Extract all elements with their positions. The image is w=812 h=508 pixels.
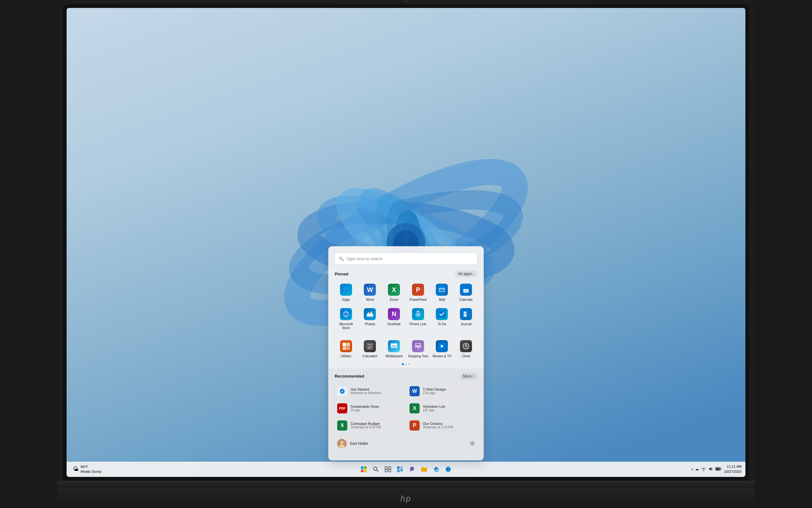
rec-name-oceans: Our Oceans (423, 422, 453, 425)
app-item-whiteboard[interactable]: Whiteboard (382, 338, 405, 361)
user-info[interactable]: Guri Holter (334, 437, 371, 450)
taskbar-center (359, 464, 453, 474)
svg-point-36 (369, 346, 370, 347)
app-label-onenote: OneNote (387, 322, 401, 326)
rec-name-get-started: Get Started (351, 387, 381, 391)
widgets-icon[interactable] (395, 464, 405, 474)
app-label-clock: Clock (462, 354, 470, 358)
rec-name-sustainable: Sustainable Seas (351, 405, 379, 408)
rec-item-campaign[interactable]: X Campaign Budget Yesterday at 4:24 PM (334, 418, 405, 433)
app-label-mail: Mail (439, 298, 445, 302)
weather-condition: Mostly Sunny (81, 469, 101, 474)
app-item-msstore[interactable]: Microsoft Store (334, 305, 357, 333)
svg-point-21 (418, 314, 418, 315)
app-item-mail[interactable]: Mail (431, 281, 454, 304)
onenote-icon: N (388, 308, 400, 320)
clock-display[interactable]: 11:11 AM 10/27/2023 (724, 464, 741, 474)
svg-rect-31 (343, 347, 346, 350)
all-apps-label: All apps (458, 271, 472, 276)
svg-rect-63 (400, 466, 403, 468)
all-apps-button[interactable]: All apps › (455, 270, 478, 277)
volunteer-icon: X (409, 403, 420, 414)
start-button[interactable] (359, 464, 369, 474)
weather-widget[interactable]: 🌤 68°F Mostly Sunny (71, 463, 104, 475)
whiteboard-icon (388, 340, 400, 352)
rec-sub-tshirt: 17m ago (423, 391, 446, 395)
app-item-calendar[interactable]: 27 Calendar (455, 281, 478, 304)
recommended-title: Recommended (334, 374, 364, 379)
mail-icon (436, 284, 448, 296)
svg-point-47 (466, 345, 466, 346)
rec-item-get-started[interactable]: Get Started Welcome to Windows (334, 384, 405, 399)
app-item-todo[interactable]: To Do (431, 305, 454, 333)
volume-icon[interactable] (708, 467, 713, 472)
app-item-powerpoint[interactable]: P PowerPoint (407, 281, 430, 304)
edge-taskbar-icon[interactable] (431, 464, 441, 474)
chevron-right-icon: › (473, 271, 474, 276)
user-name: Guri Holter (350, 441, 368, 446)
bottom-bar: Guri Holter (328, 433, 484, 454)
chevron-right-icon-2: › (473, 374, 474, 379)
file-explorer-icon[interactable] (419, 464, 429, 474)
task-view-icon[interactable] (383, 464, 393, 474)
rec-item-tshirt[interactable]: W T-Shirt Design 17m ago (407, 384, 478, 399)
power-button[interactable] (467, 438, 478, 449)
app-label-calculator: Calculator (363, 354, 377, 358)
chat-icon[interactable] (407, 464, 417, 474)
app-label-todo: To Do (438, 322, 446, 326)
app-label-utilities: Utilities (341, 354, 352, 358)
svg-rect-25 (466, 311, 467, 317)
svg-point-40 (371, 348, 372, 349)
wifi-icon[interactable] (701, 467, 706, 472)
search-placeholder: Type here to search (346, 256, 383, 261)
rec-name-tshirt: T-Shirt Design (423, 387, 446, 391)
utilities-icon (340, 340, 352, 352)
app-label-snipping: Snipping Tool (408, 354, 428, 358)
store-taskbar-icon[interactable] (443, 464, 453, 474)
rec-item-oceans[interactable]: P Our Oceans Yesterday at 1:15 PM (407, 418, 478, 433)
app-item-photos[interactable]: Photos (359, 305, 381, 333)
svg-rect-34 (367, 344, 372, 345)
search-taskbar-icon[interactable] (371, 464, 381, 474)
recommended-header: Recommended More › (334, 373, 478, 380)
app-label-whiteboard: Whiteboard (386, 354, 403, 358)
rec-item-sustainable[interactable]: PDF Sustainable Seas 2h ago (334, 401, 405, 416)
svg-rect-58 (385, 466, 387, 469)
search-bar[interactable]: 🔍 Type here to search (334, 253, 478, 265)
battery-icon[interactable] (715, 467, 722, 471)
app-item-edge[interactable]: Edge (334, 281, 357, 304)
more-label: More (463, 374, 472, 379)
hp-logo: hp (401, 494, 412, 504)
svg-rect-59 (389, 466, 391, 469)
more-button[interactable]: More › (460, 373, 478, 380)
app-item-word[interactable]: W Word (359, 281, 381, 304)
app-item-utilities[interactable]: Utilities (334, 338, 357, 361)
rec-sub-volunteer: 12h ago (423, 408, 445, 412)
app-item-calculator[interactable]: Calculator (359, 338, 381, 361)
edge-icon (340, 284, 352, 296)
svg-rect-29 (343, 343, 346, 346)
pinned-section: Pinned All apps › (334, 270, 478, 365)
pinned-header: Pinned All apps › (334, 270, 478, 277)
taskbar: 🌤 68°F Mostly Sunny (66, 462, 746, 477)
app-item-movies[interactable]: Movies & TV (431, 338, 454, 361)
photos-icon (364, 308, 376, 320)
svg-point-50 (340, 441, 344, 444)
oceans-icon: P (409, 420, 420, 431)
rec-text-oceans: Our Oceans Yesterday at 1:15 PM (423, 422, 453, 429)
svg-rect-30 (347, 343, 350, 346)
rec-item-volunteer[interactable]: X Volunteer List 12h ago (407, 401, 478, 416)
app-item-snipping[interactable]: Snipping Tool (407, 338, 430, 361)
svg-rect-55 (364, 469, 367, 472)
svg-rect-61 (389, 469, 391, 471)
app-item-clock[interactable]: Clock (455, 338, 478, 361)
app-item-journal[interactable]: Journal (455, 305, 478, 333)
rec-text-sustainable: Sustainable Seas 2h ago (351, 405, 379, 412)
svg-rect-15 (463, 287, 468, 289)
app-item-phonelink[interactable]: Phone Link (407, 305, 430, 333)
camera-dot (405, 0, 407, 2)
up-arrow-icon[interactable]: ∧ (691, 467, 693, 471)
cloud-icon[interactable]: ☁ (695, 467, 699, 471)
app-item-excel[interactable]: X Excel (382, 281, 405, 304)
app-item-onenote[interactable]: N OneNote (382, 305, 405, 333)
